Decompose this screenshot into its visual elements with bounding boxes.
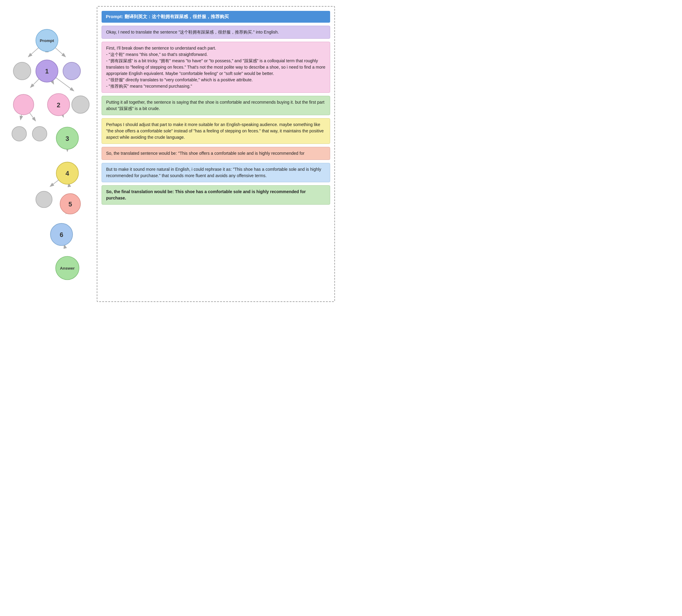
block-thinking-4: Perhaps I should adjust that part to mak… (101, 118, 330, 144)
svg-text:Prompt: Prompt (40, 38, 54, 43)
tree-diagram: Prompt123456Answer (6, 12, 91, 299)
tree-panel: Prompt123456Answer (6, 6, 91, 302)
svg-text:3: 3 (66, 135, 69, 142)
svg-point-24 (72, 96, 89, 113)
svg-text:6: 6 (60, 231, 64, 238)
block-thinking-2: First, I'll break down the sentence to u… (101, 42, 330, 93)
content-panel: Prompt: 翻译到英文：这个鞋拥有踩屎感，很舒服，推荐购买 Okay, I … (97, 6, 335, 302)
svg-point-25 (12, 126, 26, 141)
svg-line-7 (21, 115, 21, 119)
svg-line-11 (50, 180, 59, 186)
block-thinking-1: Okay, I need to translate the sentence "… (101, 26, 330, 39)
svg-text:2: 2 (57, 101, 61, 109)
svg-point-21 (13, 94, 34, 115)
svg-text:5: 5 (69, 201, 72, 208)
svg-point-26 (32, 126, 47, 141)
block-thinking-6: But to make it sound more natural in Eng… (101, 163, 330, 182)
svg-text:Answer: Answer (60, 266, 75, 271)
svg-line-4 (31, 79, 39, 87)
svg-line-1 (29, 48, 39, 56)
svg-text:4: 4 (66, 170, 69, 177)
prompt-header: Prompt: 翻译到英文：这个鞋拥有踩屎感，很舒服，推荐购买 (101, 11, 330, 23)
svg-point-31 (36, 191, 52, 208)
svg-point-17 (13, 62, 31, 80)
block-thinking-3: Putting it all together, the sentence is… (101, 96, 330, 115)
svg-line-3 (55, 48, 65, 56)
svg-line-5 (52, 81, 53, 84)
svg-text:1: 1 (45, 68, 49, 75)
svg-point-20 (63, 62, 81, 80)
svg-line-8 (30, 113, 36, 121)
block-thinking-5: So, the translated sentence would be: "T… (101, 147, 330, 160)
block-answer: So, the final translation would be: This… (101, 185, 330, 205)
